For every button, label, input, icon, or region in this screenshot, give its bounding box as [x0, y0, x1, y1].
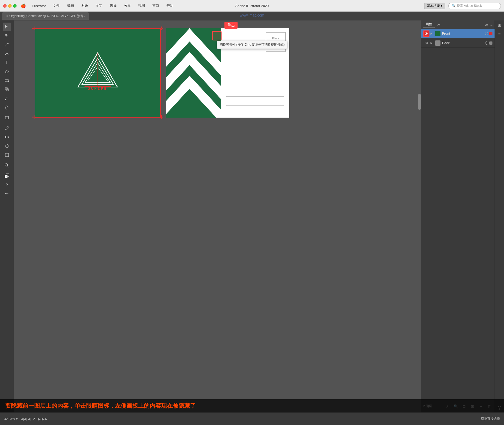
left-toolbar: T: [0, 20, 14, 412]
eyedropper-tool[interactable]: [3, 124, 11, 132]
curvature-tool[interactable]: [3, 49, 11, 58]
fill-stroke-tool[interactable]: [3, 172, 11, 180]
zoom-tool[interactable]: [3, 161, 11, 170]
selection-tool[interactable]: [3, 23, 11, 31]
artboard-front[interactable]: ✛ ✛ ✛ ✛ JUNIPE: [35, 28, 161, 118]
eraser-tool[interactable]: [3, 76, 11, 85]
menu-object[interactable]: 对象: [79, 2, 91, 9]
menu-edit[interactable]: 编辑: [65, 2, 77, 9]
menu-right: 基本功能 ▾ 🔍 搜索 Adobe Stock: [424, 3, 501, 9]
menu-help[interactable]: 帮助: [164, 2, 176, 9]
panel-options-icon[interactable]: ≡: [490, 23, 492, 27]
close-button[interactable]: [3, 4, 7, 8]
layer-row-front[interactable]: ▶ Front: [421, 29, 495, 38]
next-page-end-icon[interactable]: ▶▶: [42, 417, 48, 421]
handle-tr: ✛: [159, 26, 163, 32]
handle-tl: ✛: [32, 26, 36, 32]
help-tool[interactable]: ?: [3, 181, 11, 189]
eye-icon-front[interactable]: [423, 30, 429, 37]
traffic-lights: [3, 4, 17, 8]
layer-expand-front[interactable]: ▶: [429, 32, 434, 35]
paintbrush-tool[interactable]: [3, 94, 11, 102]
rotate-tool[interactable]: [3, 67, 11, 76]
panel-menu-icon[interactable]: ≫: [485, 23, 489, 27]
svg-rect-22: [189, 28, 190, 31]
menu-select[interactable]: 选择: [107, 2, 119, 9]
menu-type[interactable]: 文字: [93, 2, 105, 9]
search-icon: 🔍: [452, 4, 456, 8]
canvas-area[interactable]: ✛ ✛ ✛ ✛ JUNIPE: [14, 20, 421, 412]
pen-tool[interactable]: [3, 40, 11, 49]
postcard-left: [166, 28, 221, 118]
tab-close-icon[interactable]: ×: [6, 15, 8, 18]
panel-icons: ≫ ≡: [485, 23, 492, 27]
layer-target-front[interactable]: [485, 32, 488, 35]
main-layout: T: [0, 20, 504, 412]
minimize-button[interactable]: [8, 4, 12, 8]
libraries-icon[interactable]: ⊞: [498, 23, 501, 28]
right-strip: ⊞ ≡ ◎: [495, 20, 504, 412]
triangle-artwork: JUNIPE: [77, 52, 119, 91]
svg-point-7: [5, 136, 6, 138]
tab-attributes[interactable]: 属性: [423, 21, 435, 28]
menu-view[interactable]: 视图: [135, 2, 148, 9]
panel-tabs: 属性 库 ≫ ≡: [421, 20, 495, 29]
artboard-tool[interactable]: [3, 151, 11, 159]
tab-title: Organizing_Content.ai* @ 42.23% (CMYK/GP…: [9, 14, 85, 18]
layer-target-back[interactable]: [485, 41, 488, 45]
tab-library[interactable]: 库: [435, 21, 443, 28]
address-line-1: [226, 96, 284, 97]
instruction-bar: 要隐藏前一图层上的内容，单击眼睛图标，左侧画板上的内容现在被隐藏了: [0, 399, 504, 412]
type-tool[interactable]: T: [3, 58, 11, 67]
workspace-button[interactable]: 基本功能 ▾: [424, 3, 445, 9]
menu-illustrator[interactable]: Illustrator: [29, 3, 48, 9]
svg-point-8: [8, 137, 9, 138]
menu-bar-left: 🍎 Illustrator 文件 编辑 对象 文字 选择 效果 视图 窗口 帮助: [3, 2, 176, 9]
direct-selection-tool[interactable]: [3, 32, 11, 40]
next-page-icon[interactable]: ▶: [38, 417, 41, 421]
prev-page-start-icon[interactable]: ◀◀: [21, 417, 27, 421]
chevron-down-icon: ▾: [441, 4, 442, 8]
maximize-button[interactable]: [13, 4, 17, 8]
scroll-thumb[interactable]: [418, 94, 421, 110]
menu-effect[interactable]: 效果: [121, 2, 133, 9]
zoom-display[interactable]: 42.23% ▾: [4, 417, 18, 421]
scale-tool[interactable]: [3, 85, 11, 93]
layer-expand-back[interactable]: ▶: [429, 41, 434, 44]
rectangle-tool[interactable]: [3, 113, 11, 122]
click-annotation: 单击: [224, 22, 238, 29]
menu-file[interactable]: 文件: [50, 2, 62, 9]
stock-search[interactable]: 🔍 搜索 Adobe Stock: [448, 3, 501, 9]
menu-window[interactable]: 窗口: [150, 2, 162, 9]
layer-row-back[interactable]: ▶ Back: [421, 38, 495, 48]
svg-rect-9: [5, 153, 8, 156]
svg-point-26: [426, 43, 427, 44]
layer-thumb-front: [435, 31, 440, 36]
page-number[interactable]: 2: [32, 417, 37, 421]
right-panel: 属性 库 ≫ ≡ ▶ Front: [421, 20, 495, 412]
more-tools[interactable]: •••: [3, 190, 11, 198]
blend-tool[interactable]: [3, 133, 11, 141]
properties-icon[interactable]: ≡: [498, 32, 501, 36]
instruction-text: 要隐藏前一图层上的内容，单击眼睛图标，左侧画板上的内容现在被隐藏了: [5, 402, 196, 410]
svg-rect-1: [5, 80, 9, 82]
layer-color-front: [489, 32, 492, 35]
menu-bar: 🍎 Illustrator 文件 编辑 对象 文字 选择 效果 视图 窗口 帮助…: [0, 0, 504, 12]
eye-icon-back[interactable]: [423, 40, 429, 46]
address-lines: [226, 96, 284, 110]
search-placeholder: 搜索 Adobe Stock: [457, 4, 482, 8]
nav-arrows: ◀◀ ◀ 2 ▶ ▶▶: [21, 417, 48, 421]
handle-bl: ✛: [32, 114, 36, 120]
document-tab[interactable]: × Organizing_Content.ai* @ 42.23% (CMYK/…: [2, 12, 89, 20]
zoom-dropdown-icon[interactable]: ▾: [16, 417, 18, 421]
tooltip-popup: 切换可视性 (按住 Cmd 键单击可切换视图模式): [217, 41, 287, 49]
handle-br: ✛: [159, 114, 163, 120]
apple-icon[interactable]: 🍎: [21, 3, 26, 8]
prev-page-icon[interactable]: ◀: [28, 417, 30, 421]
eye-highlight-overlay: [212, 31, 222, 40]
blob-brush-tool[interactable]: [3, 103, 11, 111]
layer-actions-front: [485, 32, 492, 35]
lasso-tool[interactable]: [3, 142, 11, 150]
svg-point-24: [426, 33, 427, 34]
svg-point-4: [5, 99, 6, 100]
